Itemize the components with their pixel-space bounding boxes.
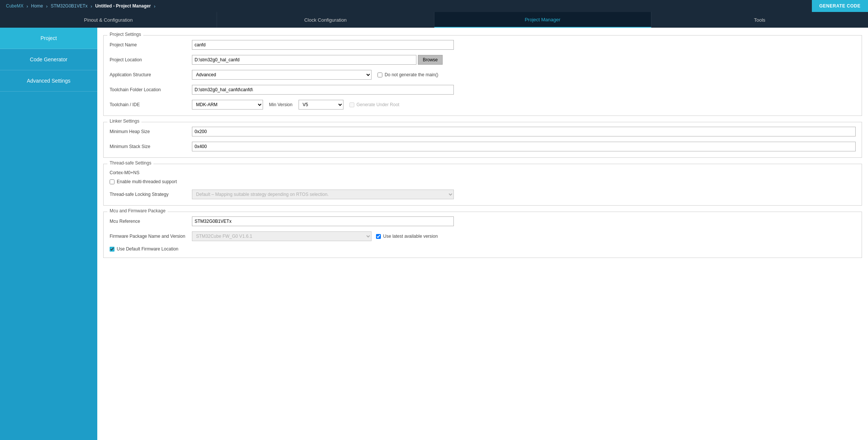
toolchain-ide-label: Toolchain / IDE	[110, 102, 192, 107]
project-name-label: Project Name	[110, 42, 192, 47]
cortex-label: Cortex-M0+NS	[110, 170, 856, 175]
project-settings-title: Project Settings	[107, 32, 143, 37]
use-latest-version-label: Use latest available version	[383, 234, 438, 239]
do-not-generate-main-checkbox[interactable]	[378, 73, 382, 77]
toolchain-folder-input[interactable]	[192, 85, 454, 95]
tab-tools[interactable]: Tools	[651, 12, 868, 28]
cubemx-label: CubeMX	[3, 3, 27, 9]
sidebar-item-advanced-settings[interactable]: Advanced Settings	[0, 70, 97, 92]
toolchain-ide-select[interactable]: MDK-ARM STM32CubeIDE Makefile	[192, 100, 263, 110]
project-name-input[interactable]	[192, 40, 454, 50]
generate-under-root-label: Generate Under Root	[357, 102, 400, 107]
sidebar-project-label: Project	[40, 35, 57, 41]
sidebar-code-generator-label: Code Generator	[30, 56, 67, 62]
sidebar-advanced-settings-label: Advanced Settings	[27, 78, 71, 84]
tab-pinout-label: Pinout & Configuration	[84, 17, 133, 23]
use-default-firmware-label: Use Default Firmware Location	[117, 246, 178, 252]
min-stack-input[interactable]	[192, 142, 856, 151]
min-version-label: Min Version	[269, 102, 293, 107]
tab-project-manager-label: Project Manager	[525, 17, 560, 22]
tab-project-manager[interactable]: Project Manager	[434, 12, 651, 28]
use-default-firmware-checkbox[interactable]	[110, 247, 114, 252]
browse-button[interactable]: Browse	[418, 55, 443, 65]
min-heap-input[interactable]	[192, 127, 856, 136]
firmware-pkg-label: Firmware Package Name and Version	[110, 234, 192, 239]
min-heap-label: Minimum Heap Size	[110, 129, 192, 134]
tab-clock[interactable]: Clock Configuration	[217, 12, 434, 28]
tab-tools-label: Tools	[754, 17, 765, 23]
firmware-pkg-select[interactable]: STM32Cube FW_G0 V1.6.1	[192, 231, 372, 241]
tab-pinout[interactable]: Pinout & Configuration	[0, 12, 217, 28]
locking-strategy-select[interactable]: Default – Mapping suitable strategy depe…	[192, 190, 454, 199]
enable-multithreaded-checkbox[interactable]	[110, 179, 114, 184]
linker-settings-title: Linker Settings	[107, 119, 141, 124]
app-structure-select[interactable]: Basic Advanced	[192, 70, 372, 80]
generate-code-button[interactable]: GENERATE CODE	[812, 0, 868, 12]
breadcrumb-home[interactable]: Home	[28, 3, 46, 9]
use-latest-version-checkbox[interactable]	[376, 234, 381, 239]
app-structure-label: Application Structure	[110, 72, 192, 77]
breadcrumb-project[interactable]: Untitled - Project Manager	[92, 3, 154, 9]
sidebar-item-code-generator[interactable]: Code Generator	[0, 49, 97, 70]
tab-clock-label: Clock Configuration	[304, 17, 346, 23]
project-location-label: Project Location	[110, 57, 192, 62]
mcu-ref-label: Mcu Reference	[110, 219, 192, 224]
toolchain-folder-label: Toolchain Folder Location	[110, 87, 192, 92]
do-not-generate-main-label: Do not generate the main()	[385, 72, 438, 77]
mcu-firmware-title: Mcu and Firmware Package	[107, 208, 168, 213]
mcu-ref-input[interactable]	[192, 216, 454, 226]
project-location-input[interactable]	[192, 55, 416, 65]
locking-strategy-label: Thread-safe Locking Strategy	[110, 192, 192, 197]
sidebar-item-project[interactable]: Project	[0, 28, 97, 49]
min-version-select[interactable]: V4 V5 V6	[299, 100, 343, 110]
thread-safe-settings-title: Thread-safe Settings	[107, 160, 153, 166]
breadcrumb-device[interactable]: STM32G0B1VETx	[48, 3, 91, 9]
generate-under-root-checkbox[interactable]	[349, 102, 354, 107]
breadcrumb-separator-4: ›	[154, 3, 155, 9]
min-stack-label: Minimum Stack Size	[110, 144, 192, 149]
enable-multithreaded-label: Enable multi-threaded support	[117, 179, 177, 184]
